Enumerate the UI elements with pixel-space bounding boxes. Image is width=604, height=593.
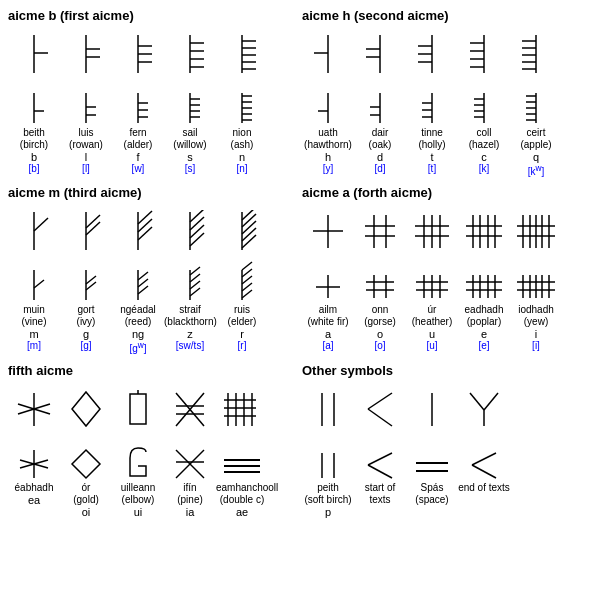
svg-line-205 [368, 453, 392, 465]
onn-glyph-small [354, 260, 406, 302]
svg-line-84 [86, 215, 100, 228]
aicme-a-section: aicme a (forth aicme) [302, 185, 596, 354]
ór-name: ór(gold) [60, 482, 112, 506]
ifín-svg-large [164, 388, 216, 430]
ór-svg-large [60, 388, 112, 430]
muin-ipa: [m] [8, 340, 60, 351]
nion-info: nion(ash) n [n] [216, 127, 268, 174]
sail-svg-large [164, 33, 216, 75]
luis-glyph-small [60, 83, 112, 125]
fern-name: fern(alder) [112, 127, 164, 151]
muin-svg-large [8, 210, 60, 252]
ngéadal-svg-small [112, 260, 164, 302]
nion-glyph-large [216, 33, 268, 75]
svg-marker-188 [72, 450, 100, 478]
end-of-texts-glyph-small [458, 438, 510, 480]
luis-svg-large [60, 33, 112, 75]
éabhadh-name: éabhadh [8, 482, 60, 494]
page-container: aicme b (first aicme) [8, 8, 596, 518]
beith-ipa: [b] [8, 163, 60, 174]
eadhadh-glyph-large [458, 210, 510, 252]
ifín-info: ifín(pine) ia [164, 482, 216, 518]
start-of-texts-svg-large [354, 388, 406, 430]
dair-info: dair(oak) d [d] [354, 127, 406, 174]
start-of-texts-glyph-small [354, 438, 406, 480]
onn-latin: o [354, 328, 406, 340]
coll-glyph-small [458, 83, 510, 125]
iodhadh-name: iodhadh(yew) [510, 304, 562, 328]
ur-ipa: [u] [406, 340, 458, 351]
uilleann-info: uilleann(elbow) ui [112, 482, 164, 518]
luis-ipa: [l] [60, 163, 112, 174]
dair-latin: d [354, 151, 406, 163]
uath-glyph-large [302, 33, 354, 75]
straif-info: straif(blackthorn) z [sw/ts] [164, 304, 216, 351]
svg-line-206 [368, 465, 392, 478]
eamhanchooll-latin: ae [216, 506, 268, 518]
eadhadh-glyph-small [458, 260, 510, 302]
ceirt-latin: q [510, 151, 562, 163]
gort-latin: g [60, 328, 112, 340]
ifín-name: ifín(pine) [164, 482, 216, 506]
aicme-h-glyphs-large [302, 27, 596, 75]
dair-name: dair(oak) [354, 127, 406, 151]
ruis-latin: r [216, 328, 268, 340]
éabhadh-info: éabhadh ea [8, 482, 60, 506]
ruis-name: ruis(elder) [216, 304, 268, 328]
peith-glyph-small [302, 438, 354, 480]
éabhadh-svg-large [8, 388, 60, 430]
ailm-svg-large [302, 210, 354, 252]
peith-svg-large [302, 388, 354, 430]
straif-svg-large [164, 210, 216, 252]
svg-line-101 [34, 280, 44, 288]
luis-info: luis(rowan) l [l] [60, 127, 112, 174]
svg-line-115 [242, 290, 252, 298]
onn-svg-large [354, 210, 406, 252]
svg-line-83 [86, 222, 100, 235]
eadhadh-ipa: [e] [458, 340, 510, 351]
fifth-aicme-info: éabhadh ea ór(gold) oi uilleann(elbow) u… [8, 482, 302, 518]
ór-info: ór(gold) oi [60, 482, 112, 518]
gort-glyph-large [60, 210, 112, 252]
uath-latin: h [302, 151, 354, 163]
ór-latin: oi [60, 506, 112, 518]
ailm-latin: a [302, 328, 354, 340]
ur-glyph-small [406, 260, 458, 302]
peith-svg-small [302, 438, 354, 480]
muin-latin: m [8, 328, 60, 340]
ngéadal-ipa: [gw] [112, 340, 164, 354]
éabhadh-glyph-large [8, 388, 60, 430]
svg-line-117 [242, 276, 252, 284]
uath-ipa: [y] [302, 163, 354, 174]
ngéadal-latin: ng [112, 328, 164, 340]
aicme-m-info: muin(vine) m [m] gort(ivy) g [g] ngéadal… [8, 304, 302, 354]
middle-sections: aicme m (third aicme) [8, 185, 596, 354]
tinne-glyph-small [406, 83, 458, 125]
svg-line-90 [190, 233, 204, 246]
aicme-m-title: aicme m (third aicme) [8, 185, 302, 200]
sail-glyph-small [164, 83, 216, 125]
beith-glyph-small [8, 83, 60, 125]
fern-ipa: [w] [112, 163, 164, 174]
nion-latin: n [216, 151, 268, 163]
muin-svg-small [8, 260, 60, 302]
tinne-name: tinne(holly) [406, 127, 458, 151]
svg-line-197 [368, 393, 392, 409]
start-of-texts-name: start of texts [354, 482, 406, 506]
ceirt-name: ceirt(apple) [510, 127, 562, 151]
svg-line-202 [484, 393, 498, 410]
beith-name: beith(birch) [8, 127, 60, 151]
ailm-glyph-small [302, 260, 354, 302]
uilleann-latin: ui [112, 506, 164, 518]
svg-line-86 [138, 227, 152, 240]
svg-line-111 [190, 281, 200, 289]
aicme-m-glyphs-large [8, 204, 302, 252]
ór-svg-small [60, 438, 112, 480]
ur-glyph-large [406, 210, 458, 252]
ruis-glyph-large [216, 210, 268, 252]
ailm-ipa: [a] [302, 340, 354, 351]
spás-glyph-large [406, 388, 458, 430]
svg-line-97 [242, 221, 256, 234]
svg-line-92 [190, 217, 204, 230]
ruis-svg-large [216, 210, 268, 252]
